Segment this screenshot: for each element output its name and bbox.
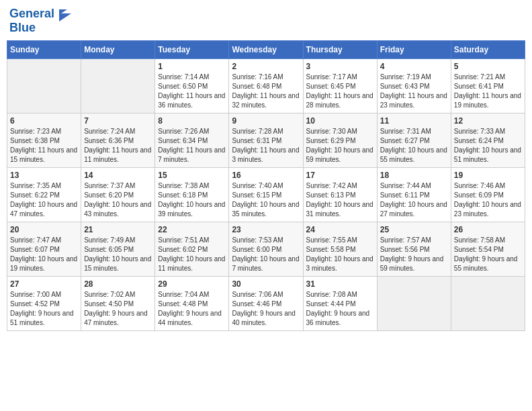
day-info: Sunrise: 7:23 AM Sunset: 6:38 PM Dayligh…	[10, 127, 78, 165]
day-number: 31	[306, 279, 374, 289]
day-info: Sunrise: 7:19 AM Sunset: 6:43 PM Dayligh…	[380, 73, 448, 110]
day-info: Sunrise: 7:57 AM Sunset: 5:56 PM Dayligh…	[380, 236, 448, 273]
day-info: Sunrise: 7:53 AM Sunset: 6:00 PM Dayligh…	[232, 236, 300, 273]
day-number: 22	[158, 225, 226, 234]
day-number: 10	[306, 116, 374, 126]
col-header-friday: Friday	[377, 40, 451, 58]
day-info: Sunrise: 7:44 AM Sunset: 6:11 PM Dayligh…	[380, 181, 448, 219]
week-row-3: 13Sunrise: 7:35 AM Sunset: 6:22 PM Dayli…	[7, 167, 525, 222]
calendar-cell	[377, 276, 451, 330]
day-info: Sunrise: 7:06 AM Sunset: 4:46 PM Dayligh…	[232, 290, 300, 328]
calendar-cell: 24Sunrise: 7:55 AM Sunset: 5:58 PM Dayli…	[303, 222, 377, 276]
day-number: 7	[84, 116, 152, 126]
day-number: 26	[454, 225, 522, 234]
day-info: Sunrise: 7:37 AM Sunset: 6:20 PM Dayligh…	[84, 181, 152, 219]
day-info: Sunrise: 7:40 AM Sunset: 6:15 PM Dayligh…	[232, 181, 300, 219]
calendar-cell: 22Sunrise: 7:51 AM Sunset: 6:02 PM Dayli…	[155, 222, 229, 276]
day-info: Sunrise: 7:00 AM Sunset: 4:52 PM Dayligh…	[10, 290, 78, 328]
calendar-cell: 20Sunrise: 7:47 AM Sunset: 6:07 PM Dayli…	[7, 222, 81, 276]
day-info: Sunrise: 7:51 AM Sunset: 6:02 PM Dayligh…	[158, 236, 226, 273]
logo: General Blue	[9, 7, 71, 35]
col-header-monday: Monday	[81, 40, 155, 58]
day-number: 16	[232, 171, 300, 180]
calendar-cell: 9Sunrise: 7:28 AM Sunset: 6:31 PM Daylig…	[229, 113, 303, 167]
calendar-cell: 13Sunrise: 7:35 AM Sunset: 6:22 PM Dayli…	[7, 167, 81, 222]
day-info: Sunrise: 7:14 AM Sunset: 6:50 PM Dayligh…	[158, 73, 226, 110]
day-number: 29	[158, 279, 226, 289]
day-info: Sunrise: 7:21 AM Sunset: 6:41 PM Dayligh…	[454, 73, 522, 110]
calendar-cell: 6Sunrise: 7:23 AM Sunset: 6:38 PM Daylig…	[7, 113, 81, 167]
day-number: 5	[454, 62, 522, 71]
calendar-cell: 26Sunrise: 7:58 AM Sunset: 5:54 PM Dayli…	[451, 222, 525, 276]
calendar-cell: 17Sunrise: 7:42 AM Sunset: 6:13 PM Dayli…	[303, 167, 377, 222]
week-row-2: 6Sunrise: 7:23 AM Sunset: 6:38 PM Daylig…	[7, 113, 525, 167]
calendar-header-row: SundayMondayTuesdayWednesdayThursdayFrid…	[7, 40, 525, 58]
logo-text-blue: Blue	[9, 21, 71, 35]
day-number: 1	[158, 62, 226, 71]
day-number: 9	[232, 116, 300, 126]
day-number: 3	[306, 62, 374, 71]
day-number: 28	[84, 279, 152, 289]
calendar-cell: 29Sunrise: 7:04 AM Sunset: 4:48 PM Dayli…	[155, 276, 229, 330]
calendar-cell: 11Sunrise: 7:31 AM Sunset: 6:27 PM Dayli…	[377, 113, 451, 167]
calendar-cell	[81, 58, 155, 113]
day-number: 17	[306, 171, 374, 180]
day-info: Sunrise: 7:31 AM Sunset: 6:27 PM Dayligh…	[380, 127, 448, 165]
day-info: Sunrise: 7:16 AM Sunset: 6:48 PM Dayligh…	[232, 73, 300, 110]
calendar-cell: 25Sunrise: 7:57 AM Sunset: 5:56 PM Dayli…	[377, 222, 451, 276]
day-number: 30	[232, 279, 300, 289]
calendar-cell: 30Sunrise: 7:06 AM Sunset: 4:46 PM Dayli…	[229, 276, 303, 330]
calendar-cell: 4Sunrise: 7:19 AM Sunset: 6:43 PM Daylig…	[377, 58, 451, 113]
day-info: Sunrise: 7:35 AM Sunset: 6:22 PM Dayligh…	[10, 181, 78, 219]
day-number: 23	[232, 225, 300, 234]
day-info: Sunrise: 7:47 AM Sunset: 6:07 PM Dayligh…	[10, 236, 78, 273]
col-header-sunday: Sunday	[7, 40, 81, 58]
calendar-cell: 19Sunrise: 7:46 AM Sunset: 6:09 PM Dayli…	[451, 167, 525, 222]
calendar-cell: 16Sunrise: 7:40 AM Sunset: 6:15 PM Dayli…	[229, 167, 303, 222]
day-info: Sunrise: 7:38 AM Sunset: 6:18 PM Dayligh…	[158, 181, 226, 219]
day-info: Sunrise: 7:08 AM Sunset: 4:44 PM Dayligh…	[306, 290, 374, 328]
day-number: 19	[454, 171, 522, 180]
calendar-cell: 7Sunrise: 7:24 AM Sunset: 6:36 PM Daylig…	[81, 113, 155, 167]
day-number: 15	[158, 171, 226, 180]
day-info: Sunrise: 7:33 AM Sunset: 6:24 PM Dayligh…	[454, 127, 522, 165]
day-number: 8	[158, 116, 226, 126]
day-info: Sunrise: 7:30 AM Sunset: 6:29 PM Dayligh…	[306, 127, 374, 165]
day-info: Sunrise: 7:55 AM Sunset: 5:58 PM Dayligh…	[306, 236, 374, 273]
week-row-5: 27Sunrise: 7:00 AM Sunset: 4:52 PM Dayli…	[7, 276, 525, 330]
day-info: Sunrise: 7:42 AM Sunset: 6:13 PM Dayligh…	[306, 181, 374, 219]
svg-marker-0	[59, 13, 71, 21]
calendar-cell: 1Sunrise: 7:14 AM Sunset: 6:50 PM Daylig…	[155, 58, 229, 113]
day-number: 14	[84, 171, 152, 180]
day-info: Sunrise: 7:24 AM Sunset: 6:36 PM Dayligh…	[84, 127, 152, 165]
logo-text: General	[9, 7, 71, 21]
day-info: Sunrise: 7:28 AM Sunset: 6:31 PM Dayligh…	[232, 127, 300, 165]
day-info: Sunrise: 7:49 AM Sunset: 6:05 PM Dayligh…	[84, 236, 152, 273]
day-number: 20	[10, 225, 78, 234]
page-header: General Blue	[7, 7, 525, 35]
calendar-cell	[451, 276, 525, 330]
day-number: 13	[10, 171, 78, 180]
calendar-cell: 23Sunrise: 7:53 AM Sunset: 6:00 PM Dayli…	[229, 222, 303, 276]
day-number: 27	[10, 279, 78, 289]
week-row-1: 1Sunrise: 7:14 AM Sunset: 6:50 PM Daylig…	[7, 58, 525, 113]
calendar-cell: 2Sunrise: 7:16 AM Sunset: 6:48 PM Daylig…	[229, 58, 303, 113]
day-number: 25	[380, 225, 448, 234]
day-info: Sunrise: 7:46 AM Sunset: 6:09 PM Dayligh…	[454, 181, 522, 219]
col-header-tuesday: Tuesday	[155, 40, 229, 58]
col-header-wednesday: Wednesday	[229, 40, 303, 58]
calendar-cell: 21Sunrise: 7:49 AM Sunset: 6:05 PM Dayli…	[81, 222, 155, 276]
day-info: Sunrise: 7:02 AM Sunset: 4:50 PM Dayligh…	[84, 290, 152, 328]
calendar-cell: 28Sunrise: 7:02 AM Sunset: 4:50 PM Dayli…	[81, 276, 155, 330]
logo-icon	[59, 7, 71, 21]
calendar-cell: 12Sunrise: 7:33 AM Sunset: 6:24 PM Dayli…	[451, 113, 525, 167]
calendar-cell: 5Sunrise: 7:21 AM Sunset: 6:41 PM Daylig…	[451, 58, 525, 113]
calendar-table: SundayMondayTuesdayWednesdayThursdayFrid…	[7, 40, 525, 331]
calendar-cell: 15Sunrise: 7:38 AM Sunset: 6:18 PM Dayli…	[155, 167, 229, 222]
calendar-cell: 31Sunrise: 7:08 AM Sunset: 4:44 PM Dayli…	[303, 276, 377, 330]
calendar-cell: 10Sunrise: 7:30 AM Sunset: 6:29 PM Dayli…	[303, 113, 377, 167]
day-number: 21	[84, 225, 152, 234]
calendar-cell	[7, 58, 81, 113]
day-info: Sunrise: 7:04 AM Sunset: 4:48 PM Dayligh…	[158, 290, 226, 328]
col-header-thursday: Thursday	[303, 40, 377, 58]
